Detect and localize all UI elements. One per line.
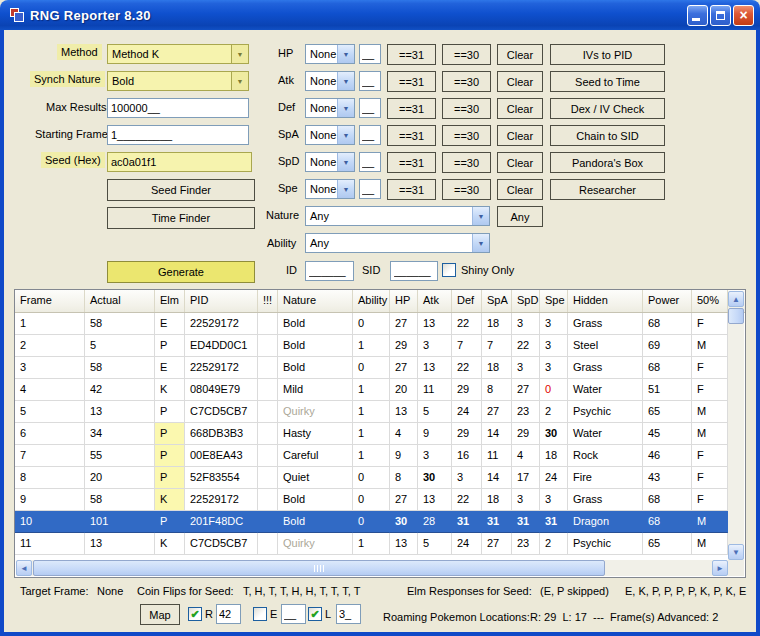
dex-iv-check-button[interactable]: Dex / IV Check bbox=[550, 98, 665, 119]
iv-spe-dropdown[interactable]: None▼ bbox=[305, 179, 355, 199]
chevron-down-icon[interactable]: ▼ bbox=[337, 72, 354, 90]
flip-r-checkbox[interactable]: ✔ bbox=[188, 607, 202, 621]
column-header-atk[interactable]: Atk bbox=[418, 290, 452, 312]
chevron-down-icon[interactable]: ▼ bbox=[472, 207, 489, 225]
table-row[interactable]: 755P00E8EA43Careful1931611418Rock46F bbox=[15, 445, 728, 467]
map-button[interactable]: Map bbox=[140, 604, 180, 625]
table-row[interactable]: 1113KC7CD5CB7Quirky11352427232Psychic65M bbox=[15, 533, 728, 555]
column-header-[interactable]: !!! bbox=[258, 290, 278, 312]
maximize-button[interactable] bbox=[710, 5, 731, 26]
column-header-spd[interactable]: SpD bbox=[512, 290, 540, 312]
sid-input[interactable] bbox=[390, 261, 438, 281]
max-results-input[interactable] bbox=[107, 98, 249, 118]
column-header-spa[interactable]: SpA bbox=[482, 290, 512, 312]
iv-spa-input[interactable] bbox=[359, 125, 381, 145]
iv-spd-dropdown[interactable]: None▼ bbox=[305, 152, 355, 172]
table-row[interactable]: 634P668DB3B3Hasty14929142930Water45M bbox=[15, 423, 728, 445]
flip-e-checkbox[interactable]: ✔ bbox=[253, 607, 267, 621]
iv-def-eq30-button[interactable]: ==30 bbox=[442, 98, 491, 119]
column-header-pid[interactable]: PID bbox=[185, 290, 258, 312]
table-row[interactable]: 158E22529172Bold02713221833Grass68F bbox=[15, 313, 728, 335]
ability-dropdown[interactable]: Any ▼ bbox=[305, 233, 490, 253]
nature-any-button[interactable]: Any bbox=[497, 206, 543, 227]
column-header-50[interactable]: 50% bbox=[692, 290, 728, 312]
iv-spe-input[interactable] bbox=[359, 179, 381, 199]
iv-hp-eq31-button[interactable]: ==31 bbox=[387, 44, 436, 65]
iv-spd-eq30-button[interactable]: ==30 bbox=[442, 152, 491, 173]
seed-hex-input[interactable] bbox=[107, 152, 252, 172]
iv-hp-clear-button[interactable]: Clear bbox=[497, 44, 543, 65]
iv-spe-eq31-button[interactable]: ==31 bbox=[387, 179, 436, 200]
pandora-s-box-button[interactable]: Pandora's Box bbox=[550, 152, 665, 173]
chevron-down-icon[interactable]: ▼ bbox=[231, 72, 248, 90]
iv-atk-eq31-button[interactable]: ==31 bbox=[387, 71, 436, 92]
chain-to-sid-button[interactable]: Chain to SID bbox=[550, 125, 665, 146]
table-row[interactable]: 358E22529172Bold02713221833Grass68F bbox=[15, 357, 728, 379]
horizontal-scrollbar[interactable]: ◄ ► bbox=[16, 560, 728, 576]
table-row[interactable]: 958K22529172Bold02713221833Grass68F bbox=[15, 489, 728, 511]
iv-def-dropdown[interactable]: None▼ bbox=[305, 98, 355, 118]
close-button[interactable]: × bbox=[733, 5, 754, 26]
table-row[interactable]: 25PED4DD0C1Bold129377223Steel69M bbox=[15, 335, 728, 357]
column-header-actual[interactable]: Actual bbox=[85, 290, 155, 312]
flip-l-checkbox[interactable]: ✔ bbox=[308, 607, 322, 621]
iv-hp-eq30-button[interactable]: ==30 bbox=[442, 44, 491, 65]
seed-finder-button[interactable]: Seed Finder bbox=[107, 179, 255, 201]
table-row[interactable]: 442K08049E79Mild12011298270Water51F bbox=[15, 379, 728, 401]
scroll-right-icon[interactable]: ► bbox=[712, 560, 728, 576]
researcher-button[interactable]: Researcher bbox=[550, 179, 665, 200]
iv-spd-input[interactable] bbox=[359, 152, 381, 172]
iv-spa-clear-button[interactable]: Clear bbox=[497, 125, 543, 146]
iv-def-eq31-button[interactable]: ==31 bbox=[387, 98, 436, 119]
chevron-down-icon[interactable]: ▼ bbox=[231, 45, 248, 63]
iv-spe-clear-button[interactable]: Clear bbox=[497, 179, 543, 200]
iv-atk-eq30-button[interactable]: ==30 bbox=[442, 71, 491, 92]
time-finder-button[interactable]: Time Finder bbox=[107, 207, 255, 229]
chevron-down-icon[interactable]: ▼ bbox=[337, 153, 354, 171]
vertical-scroll-thumb[interactable] bbox=[728, 308, 744, 324]
ivs-to-pid-button[interactable]: IVs to PID bbox=[550, 44, 665, 65]
flip-r-input[interactable] bbox=[216, 604, 241, 624]
scroll-left-icon[interactable]: ◄ bbox=[16, 560, 32, 576]
table-row[interactable]: 513PC7CD5CB7Quirky11352427232Psychic65M bbox=[15, 401, 728, 423]
column-header-def[interactable]: Def bbox=[452, 290, 482, 312]
iv-def-clear-button[interactable]: Clear bbox=[497, 98, 543, 119]
column-header-spe[interactable]: Spe bbox=[540, 290, 568, 312]
scroll-down-icon[interactable]: ▼ bbox=[728, 544, 744, 560]
id-input[interactable] bbox=[305, 261, 354, 281]
chevron-down-icon[interactable]: ▼ bbox=[337, 126, 354, 144]
iv-spd-clear-button[interactable]: Clear bbox=[497, 152, 543, 173]
vertical-scrollbar[interactable]: ▲ ▼ bbox=[728, 291, 744, 560]
chevron-down-icon[interactable]: ▼ bbox=[472, 234, 489, 252]
table-row[interactable]: 10101P201F48DCBold0302831313131Dragon68M bbox=[15, 511, 728, 533]
iv-spa-dropdown[interactable]: None▼ bbox=[305, 125, 355, 145]
chevron-down-icon[interactable]: ▼ bbox=[337, 99, 354, 117]
synch-nature-dropdown[interactable]: Bold ▼ bbox=[107, 71, 249, 91]
iv-atk-clear-button[interactable]: Clear bbox=[497, 71, 543, 92]
column-header-power[interactable]: Power bbox=[643, 290, 692, 312]
flip-e-input[interactable] bbox=[281, 604, 306, 624]
iv-spe-eq30-button[interactable]: ==30 bbox=[442, 179, 491, 200]
chevron-down-icon[interactable]: ▼ bbox=[337, 180, 354, 198]
column-header-ability[interactable]: Ability bbox=[353, 290, 390, 312]
column-header-frame[interactable]: Frame bbox=[15, 290, 85, 312]
iv-hp-dropdown[interactable]: None▼ bbox=[305, 44, 355, 64]
horizontal-scroll-thumb[interactable] bbox=[33, 560, 605, 576]
nature-dropdown[interactable]: Any ▼ bbox=[305, 206, 490, 226]
chevron-down-icon[interactable]: ▼ bbox=[337, 45, 354, 63]
column-header-hp[interactable]: HP bbox=[390, 290, 418, 312]
seed-to-time-button[interactable]: Seed to Time bbox=[550, 71, 665, 92]
iv-spd-eq31-button[interactable]: ==31 bbox=[387, 152, 436, 173]
column-header-hidden[interactable]: Hidden bbox=[568, 290, 643, 312]
scroll-up-icon[interactable]: ▲ bbox=[728, 291, 744, 307]
generate-button[interactable]: Generate bbox=[107, 261, 255, 283]
flip-l-input[interactable] bbox=[336, 604, 361, 624]
shiny-only-checkbox[interactable]: ✔ bbox=[442, 263, 456, 277]
method-dropdown[interactable]: Method K ▼ bbox=[107, 44, 249, 64]
iv-atk-input[interactable] bbox=[359, 71, 381, 91]
column-header-nature[interactable]: Nature bbox=[278, 290, 353, 312]
table-row[interactable]: 820P52F83554Quiet08303141724Fire43F bbox=[15, 467, 728, 489]
iv-spa-eq31-button[interactable]: ==31 bbox=[387, 125, 436, 146]
column-header-elm[interactable]: Elm bbox=[155, 290, 185, 312]
starting-frame-input[interactable] bbox=[107, 125, 249, 145]
